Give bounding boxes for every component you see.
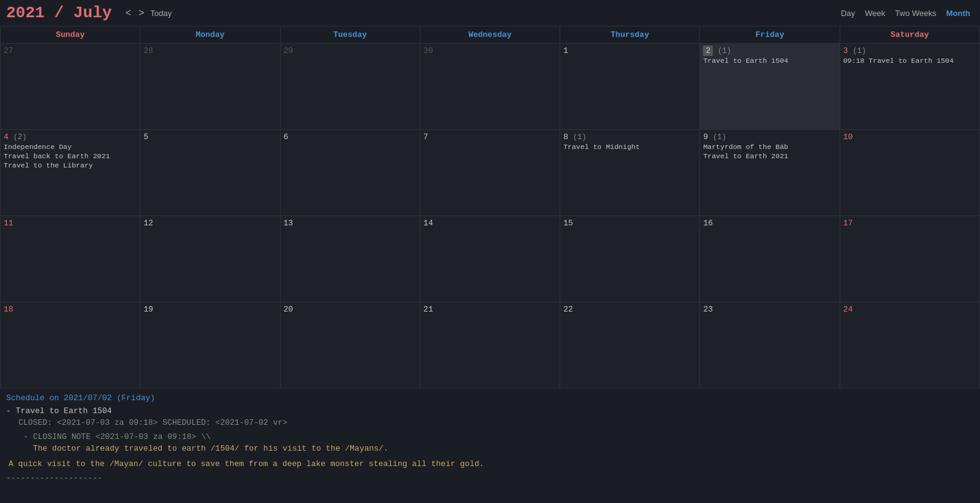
day-number: 9 (703, 132, 708, 142)
day-number: 27 (4, 46, 137, 55)
calendar-body: 27 28 29 30 1 2 (1) Travel to Earth 1504 (1, 44, 980, 388)
day-number: 2 (703, 46, 713, 56)
view-day-button[interactable]: Day (837, 7, 859, 19)
day-number: 22 (563, 305, 696, 314)
day-cell-22[interactable]: 22 (560, 302, 700, 388)
event-item[interactable]: Travel to Earth 1504 (703, 57, 836, 65)
day-cell-29[interactable]: 29 (280, 44, 420, 130)
schedule-closing-note1: The doctor already traveled to earth /15… (18, 444, 974, 453)
event-item[interactable]: Travel to Midnight (563, 143, 696, 151)
day-cell-3[interactable]: 3 (1) 09:18 Travel to Earth 1504 (840, 44, 979, 130)
day-number: 15 (563, 219, 696, 228)
event-item[interactable]: Travel to Earth 2021 (703, 152, 836, 160)
day-number-line: 4 (2) (4, 132, 137, 142)
day-number: 30 (424, 46, 556, 55)
day-cell-11[interactable]: 11 (1, 216, 140, 302)
prev-button[interactable]: < (122, 6, 135, 20)
day-number: 29 (284, 46, 417, 55)
day-cell-19[interactable]: 19 (140, 302, 280, 388)
day-cell-21[interactable]: 21 (420, 302, 560, 388)
day-number: 19 (143, 305, 276, 314)
week-row: 4 (2) Independence Day Travel back to Ea… (1, 130, 980, 216)
day-number: 1 (563, 46, 696, 55)
day-cell-7[interactable]: 7 (420, 130, 560, 216)
event-item[interactable]: Travel back to Earth 2021 (4, 152, 137, 160)
calendar-table: Sunday Monday Tuesday Wednesday Thursday… (0, 26, 980, 388)
view-month-button[interactable]: Month (942, 7, 974, 19)
col-monday: Monday (140, 26, 280, 44)
week-row: 27 28 29 30 1 2 (1) Travel to Earth 1504 (1, 44, 980, 130)
day-number: 16 (703, 219, 836, 228)
day-number: 6 (284, 132, 417, 142)
event-item[interactable]: 09:18 Travel to Earth 1504 (843, 57, 976, 65)
col-wednesday: Wednesday (420, 26, 560, 44)
event-item[interactable]: Travel to the Library (4, 161, 137, 169)
day-number: 13 (284, 219, 417, 228)
day-cell-18[interactable]: 18 (1, 302, 140, 388)
day-badge: (1) (853, 47, 866, 55)
day-number: 18 (4, 305, 137, 314)
schedule-panel: Schedule on 2021/07/02 (Friday) - Travel… (0, 388, 980, 488)
week-row: 11 12 13 14 15 16 17 (1, 216, 980, 302)
col-friday: Friday (700, 26, 840, 44)
schedule-item-title: - Travel to Earth 1504 (6, 406, 974, 416)
col-sunday: Sunday (1, 26, 140, 44)
day-cell-23[interactable]: 23 (700, 302, 840, 388)
day-cell-24[interactable]: 24 (840, 302, 979, 388)
day-number-line: 8 (1) (563, 132, 696, 142)
day-cell-27[interactable]: 27 (1, 44, 140, 130)
event-item[interactable]: Independence Day (4, 143, 137, 151)
event-item[interactable]: Martyrdom of the Báb (703, 143, 836, 151)
day-badge: (1) (718, 47, 731, 55)
day-cell-12[interactable]: 12 (140, 216, 280, 302)
day-number: 10 (843, 132, 976, 142)
day-cell-17[interactable]: 17 (840, 216, 979, 302)
day-cell-13[interactable]: 13 (280, 216, 420, 302)
day-number: 5 (143, 132, 276, 142)
calendar-header: 2021 / July < > Today Day Week Two Weeks… (0, 0, 980, 26)
day-number: 8 (563, 132, 568, 142)
day-cell-10[interactable]: 10 (840, 130, 979, 216)
day-number-line: 9 (1) (703, 132, 836, 142)
day-cell-16[interactable]: 16 (700, 216, 840, 302)
day-cell-30[interactable]: 30 (420, 44, 560, 130)
day-cell-2[interactable]: 2 (1) Travel to Earth 1504 (700, 44, 840, 130)
schedule-meta: CLOSED: <2021-07-03 za 09:18> SCHEDULED:… (18, 418, 974, 427)
day-number: 3 (843, 46, 848, 55)
day-number-line: 3 (1) (843, 46, 976, 55)
day-badge: (2) (14, 133, 27, 142)
view-twoweeks-button[interactable]: Two Weeks (891, 7, 940, 19)
day-number: 23 (703, 305, 836, 314)
year-label: 2021 (6, 4, 44, 22)
day-cell-4[interactable]: 4 (2) Independence Day Travel back to Ea… (1, 130, 140, 216)
day-number: 7 (424, 132, 556, 142)
view-week-button[interactable]: Week (861, 7, 889, 19)
day-number: 11 (4, 219, 137, 228)
day-cell-8[interactable]: 8 (1) Travel to Midnight (560, 130, 700, 216)
view-switcher: Day Week Two Weeks Month (837, 7, 974, 19)
day-cell-5[interactable]: 5 (140, 130, 280, 216)
schedule-title: Schedule on 2021/07/02 (Friday) (6, 393, 974, 403)
day-cell-9[interactable]: 9 (1) Martyrdom of the Báb Travel to Ear… (700, 130, 840, 216)
day-badge: (1) (713, 133, 726, 142)
day-cell-28[interactable]: 28 (140, 44, 280, 130)
today-button[interactable]: Today (150, 9, 172, 18)
slash-label: / (44, 4, 73, 22)
day-number: 21 (424, 305, 556, 314)
day-cell-14[interactable]: 14 (420, 216, 560, 302)
day-number: 24 (843, 305, 976, 314)
col-tuesday: Tuesday (280, 26, 420, 44)
col-thursday: Thursday (560, 26, 700, 44)
day-cell-1[interactable]: 1 (560, 44, 700, 130)
day-number: 28 (143, 46, 276, 55)
schedule-separator: -------------------- (6, 473, 974, 483)
weekday-header-row: Sunday Monday Tuesday Wednesday Thursday… (1, 26, 980, 44)
day-number: 17 (843, 219, 976, 228)
week-row: 18 19 20 21 22 23 24 (1, 302, 980, 388)
day-cell-6[interactable]: 6 (280, 130, 420, 216)
day-number: 4 (4, 132, 9, 142)
day-cell-15[interactable]: 15 (560, 216, 700, 302)
day-cell-20[interactable]: 20 (280, 302, 420, 388)
calendar-title: 2021 / July (6, 4, 112, 22)
next-button[interactable]: > (135, 6, 148, 20)
